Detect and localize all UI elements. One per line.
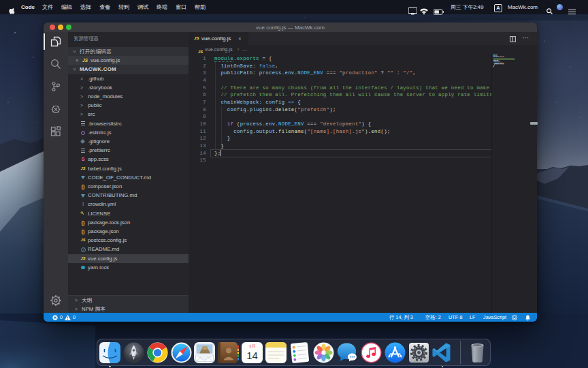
svg-text:14: 14 <box>246 350 258 361</box>
svg-text:3月: 3月 <box>249 343 255 348</box>
